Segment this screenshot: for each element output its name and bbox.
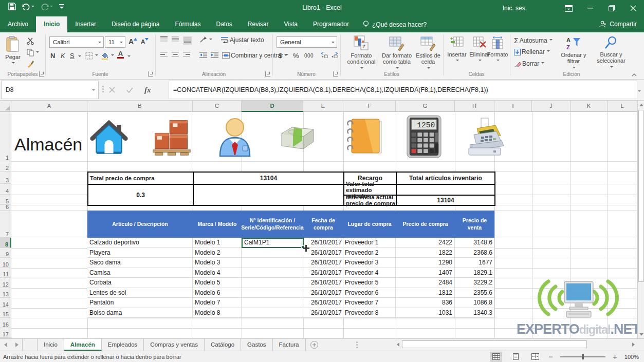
- font-dialog-launcher[interactable]: [148, 71, 153, 77]
- cell-identificacion[interactable]: [242, 308, 303, 318]
- sheet-tab-catalogo[interactable]: Catálogo: [205, 339, 241, 351]
- underline-dropdown[interactable]: [78, 55, 81, 59]
- orientation-dropdown[interactable]: [209, 39, 212, 42]
- cell-articulo[interactable]: Corbata: [87, 278, 193, 288]
- row-header-7[interactable]: 7: [0, 211, 11, 238]
- cell-articulo[interactable]: Playera: [87, 248, 193, 258]
- fill-color-dropdown[interactable]: [111, 54, 114, 58]
- cell-lugar[interactable]: Proveedor 7: [343, 298, 396, 308]
- cell-articulo[interactable]: Pantalón: [87, 298, 193, 308]
- header-marca[interactable]: Marca / Modelo: [193, 211, 242, 238]
- share-button[interactable]: Compartir: [595, 19, 641, 29]
- tabbar-splitter[interactable]: [356, 339, 358, 351]
- header-precio-compra[interactable]: Precio de compra: [396, 211, 455, 238]
- money-icon[interactable]: [279, 125, 316, 152]
- col-header-E[interactable]: E: [303, 101, 343, 112]
- restore-button[interactable]: [601, 0, 622, 16]
- cell-marca[interactable]: Modelo 8: [193, 308, 242, 318]
- vertical-scrollbar[interactable]: [637, 101, 644, 338]
- row-header-1[interactable]: 1: [0, 112, 11, 161]
- col-header-F[interactable]: F: [343, 101, 396, 112]
- cell-articulo[interactable]: Lentes de sol: [87, 288, 193, 298]
- formula-bar-splitter[interactable]: [102, 86, 104, 94]
- summary-value-inventario[interactable]: [194, 185, 344, 206]
- tab-diseno-de-pagina[interactable]: Diseño de página: [104, 16, 167, 32]
- number-dialog-launcher[interactable]: [333, 71, 338, 77]
- cell-precio-compra[interactable]: 1812: [396, 288, 455, 298]
- cell-fecha[interactable]: 26/10/2017: [303, 308, 343, 318]
- increase-decimal-button[interactable]: [321, 52, 328, 58]
- cell-grid[interactable]: Almacén: [11, 112, 637, 338]
- orientation-button[interactable]: [199, 36, 212, 43]
- sheet-tab-gastos[interactable]: Gastos: [241, 339, 272, 351]
- row-header-13[interactable]: 13: [0, 288, 11, 298]
- calculator-icon[interactable]: 1250: [406, 114, 442, 159]
- header-articulo[interactable]: Artículo / Descripción: [87, 211, 193, 238]
- header-identificacion[interactable]: N° identificación / Serie/Código/Referen…: [242, 211, 303, 238]
- cell-fecha[interactable]: 26/10/2017: [303, 278, 343, 288]
- cell-fecha[interactable]: 26/10/2017: [303, 258, 343, 268]
- cell-marca[interactable]: Modelo 6: [193, 288, 242, 298]
- cell-precio-venta[interactable]: 1086.8: [455, 298, 494, 308]
- clear-dropdown[interactable]: [541, 62, 544, 65]
- conditional-formatting-dropdown[interactable]: [360, 67, 363, 70]
- ribbon-display-options-button[interactable]: [558, 0, 579, 16]
- cell-precio-compra[interactable]: 1290: [396, 258, 455, 268]
- sheet-nav-left-arrow[interactable]: [0, 339, 11, 351]
- cell-lugar[interactable]: Proveedor 6: [343, 288, 396, 298]
- row-header-11[interactable]: 11: [0, 268, 11, 278]
- autosum-dropdown[interactable]: [549, 39, 553, 42]
- sheet-tab-factura[interactable]: Factura: [273, 339, 306, 351]
- cell-identificacion[interactable]: [242, 258, 303, 268]
- sign-in-button[interactable]: Inic. ses.: [503, 5, 527, 12]
- font-name-combo[interactable]: Calibri: [49, 36, 104, 48]
- sheet-nav-right-arrow[interactable]: [11, 339, 23, 351]
- zoom-slider[interactable]: [560, 356, 605, 357]
- cell-precio-compra[interactable]: 1407: [396, 268, 455, 278]
- cell-identificacion[interactable]: [242, 268, 303, 278]
- underline-button[interactable]: S: [70, 52, 75, 60]
- zoom-out-button[interactable]: −: [548, 354, 553, 359]
- new-sheet-button[interactable]: [306, 339, 323, 351]
- alignment-dialog-launcher[interactable]: [265, 71, 270, 77]
- font-color-dropdown[interactable]: [127, 55, 131, 59]
- sheet-title-cell[interactable]: Almacén: [14, 135, 82, 155]
- number-format-combo[interactable]: General: [277, 36, 337, 48]
- copy-button[interactable]: [27, 49, 39, 56]
- cell-lugar[interactable]: Proveedor 1: [343, 238, 396, 247]
- normal-view-button[interactable]: [490, 352, 502, 362]
- currency-dropdown[interactable]: [284, 54, 287, 58]
- align-right-button[interactable]: [183, 52, 190, 58]
- col-header-H[interactable]: H: [455, 101, 494, 112]
- cell-precio-venta[interactable]: 2355.6: [455, 288, 494, 298]
- cell-fecha[interactable]: 26/10/2017: [303, 288, 343, 298]
- sheet-tab-empleados[interactable]: Empleados: [102, 339, 144, 351]
- cell-precio-compra[interactable]: 836: [396, 298, 455, 308]
- decrease-decimal-button[interactable]: [331, 52, 338, 58]
- page-break-view-button[interactable]: [529, 352, 541, 362]
- expand-formula-bar[interactable]: [638, 90, 641, 93]
- cell-precio-compra[interactable]: 1031: [396, 308, 455, 318]
- format-cells-dropdown[interactable]: [496, 60, 500, 63]
- insert-cells-dropdown[interactable]: [456, 60, 459, 63]
- notebook-icon[interactable]: [344, 116, 385, 157]
- clipboard-dialog-launcher[interactable]: [39, 71, 44, 77]
- decrease-indent-button[interactable]: [199, 52, 207, 58]
- format-painter-button[interactable]: [27, 60, 34, 68]
- scroll-left-arrow[interactable]: [394, 340, 402, 349]
- cell-precio-venta[interactable]: 3229.2: [455, 278, 494, 288]
- italic-button[interactable]: K: [61, 52, 65, 60]
- cell-precio-venta[interactable]: 1340.3: [455, 308, 494, 318]
- select-all-corner[interactable]: [0, 101, 11, 112]
- col-header-L[interactable]: L: [608, 101, 637, 112]
- cell-articulo[interactable]: Saco dama: [87, 258, 193, 268]
- formula-input[interactable]: =CONCATENAR(IZQUIERDA(B8,3),IZQUIERDA(C8…: [169, 81, 637, 99]
- tell-me-box[interactable]: ¿Qué desea hacer?: [357, 16, 433, 32]
- zoom-in-button[interactable]: +: [613, 354, 617, 359]
- collapse-ribbon-button[interactable]: [632, 72, 637, 77]
- name-box-dropdown[interactable]: [92, 89, 95, 92]
- percent-button[interactable]: %: [293, 52, 299, 60]
- shrink-font-button[interactable]: A: [141, 39, 149, 45]
- boxes-pallet-icon[interactable]: [151, 117, 192, 157]
- cell-articulo[interactable]: Calzado deportivo: [87, 238, 193, 247]
